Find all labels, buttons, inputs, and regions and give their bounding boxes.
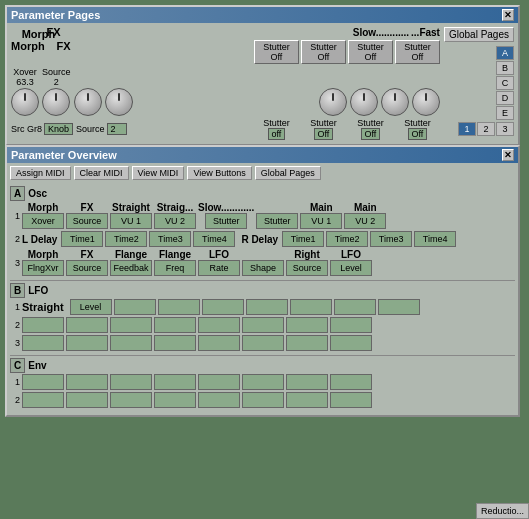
xover-sub-label: Xover63.3 xyxy=(13,67,37,87)
lfo2-group-a3: LFO Level xyxy=(330,249,372,276)
l-delay-label: L Delay xyxy=(22,234,57,245)
right-group-a3: Right Source xyxy=(286,249,328,276)
stutter-knob4[interactable] xyxy=(412,88,440,116)
ldelay-time2[interactable]: Time2 xyxy=(105,231,147,247)
global-pages-btn[interactable]: Global Pages xyxy=(444,27,514,42)
stutter-val3[interactable]: Off xyxy=(361,128,381,140)
empty-b1-5 xyxy=(246,299,288,315)
ldelay-time1[interactable]: Time1 xyxy=(61,231,103,247)
main1-group-a1: Main VU 1 xyxy=(300,202,342,229)
letter-tab-e[interactable]: E xyxy=(496,106,514,120)
param-overview-close-btn[interactable]: ✕ xyxy=(502,149,514,161)
rdelay-time4[interactable]: Time4 xyxy=(414,231,456,247)
src-gr8-value[interactable]: Knob xyxy=(44,123,73,135)
stutter-knob1[interactable] xyxy=(319,88,347,116)
fast-label: ...Fast xyxy=(411,27,440,38)
xover-knob[interactable] xyxy=(11,88,39,116)
stutter-knob2[interactable] xyxy=(350,88,378,116)
empty-c2-2 xyxy=(66,392,108,408)
empty-c2-4 xyxy=(154,392,196,408)
stutter-val4[interactable]: Off xyxy=(408,128,428,140)
fx-label: FX xyxy=(46,26,60,38)
morph-group-a1: Morph Xover xyxy=(22,202,64,229)
num-tab-3[interactable]: 3 xyxy=(496,122,514,136)
xover-cell[interactable]: Xover xyxy=(22,213,64,229)
empty-c2-1 xyxy=(22,392,64,408)
knob3[interactable] xyxy=(74,88,102,116)
rdelay-time1[interactable]: Time1 xyxy=(282,231,324,247)
shape-cell[interactable]: Shape xyxy=(242,260,284,276)
knobs-row: Xover63.3 Source2 xyxy=(11,67,440,116)
ldelay-time3[interactable]: Time3 xyxy=(149,231,191,247)
feedbak-cell[interactable]: Feedbak xyxy=(110,260,152,276)
knob4[interactable] xyxy=(105,88,133,116)
rdelay-time3[interactable]: Time3 xyxy=(370,231,412,247)
stutter-btn-1[interactable]: StutterOff xyxy=(254,40,299,64)
vu2-cell[interactable]: VU 2 xyxy=(154,213,196,229)
stutter-btn-4[interactable]: StutterOff xyxy=(395,40,440,64)
reduction-indicator: Reductio... xyxy=(476,503,529,519)
stutter-val2[interactable]: Off xyxy=(314,128,334,140)
stutter-btn-3[interactable]: StutterOff xyxy=(348,40,393,64)
source-bottom-value[interactable]: 2 xyxy=(107,123,127,135)
level-cell-b1[interactable]: Level xyxy=(70,299,112,315)
letter-tab-a[interactable]: A xyxy=(496,46,514,60)
row-num-2b: 2 xyxy=(10,320,20,330)
view-midi-btn[interactable]: View MIDI xyxy=(132,166,185,180)
empty-b3-6 xyxy=(242,335,284,351)
stutter-cell-a1[interactable]: Stutter xyxy=(205,213,247,229)
row-num-1b: 1 xyxy=(10,302,20,312)
slow-title-a1: Slow............ xyxy=(198,202,254,213)
straight-title: Straight xyxy=(112,202,150,213)
section-b-label: B xyxy=(10,283,25,298)
stutter-btn-2[interactable]: StutterOff xyxy=(301,40,346,64)
param-pages-close-btn[interactable]: ✕ xyxy=(502,9,514,21)
lfo-level-cell[interactable]: Level xyxy=(330,260,372,276)
source-knob[interactable] xyxy=(42,88,70,116)
vu1-cell[interactable]: VU 1 xyxy=(110,213,152,229)
ldelay-time4[interactable]: Time4 xyxy=(193,231,235,247)
morph-title-a3: Morph xyxy=(28,249,59,260)
main1-vu1[interactable]: VU 1 xyxy=(300,213,342,229)
source-knob-group: Source2 xyxy=(42,67,71,116)
param-pages-window: Parameter Pages ✕ Morph FX Slow.........… xyxy=(5,5,520,146)
stutter-knob3[interactable] xyxy=(381,88,409,116)
stutter-col-4: StutterOff xyxy=(395,40,440,64)
lfo-title-a3: LFO xyxy=(209,249,229,260)
fx-title-a1: FX xyxy=(81,202,94,213)
param-pages-title: Parameter Pages xyxy=(11,9,100,21)
divider-bc xyxy=(10,355,515,356)
source-cell-a1[interactable]: Source xyxy=(66,213,108,229)
num-tab-2[interactable]: 2 xyxy=(477,122,495,136)
assign-midi-btn[interactable]: Assign MIDI xyxy=(10,166,71,180)
rate-cell[interactable]: Rate xyxy=(198,260,240,276)
xover-knob-group: Xover63.3 xyxy=(11,67,39,116)
rdelay-time2[interactable]: Time2 xyxy=(326,231,368,247)
empty-b3-1 xyxy=(22,335,64,351)
r-delay-label: R Delay xyxy=(241,234,278,245)
flngxvr-cell[interactable]: FlngXvr xyxy=(22,260,64,276)
source-cell-a3[interactable]: Source xyxy=(66,260,108,276)
empty-c1-8 xyxy=(330,374,372,390)
view-buttons-btn[interactable]: View Buttons xyxy=(187,166,251,180)
letter-tab-b[interactable]: B xyxy=(496,61,514,75)
stutter2-group-a1: Stutter xyxy=(256,202,298,229)
main2-vu2[interactable]: VU 2 xyxy=(344,213,386,229)
right-source-cell[interactable]: Source xyxy=(286,260,328,276)
section-b-title: LFO xyxy=(28,285,48,296)
empty-b3-2 xyxy=(66,335,108,351)
letter-tab-d[interactable]: D xyxy=(496,91,514,105)
clear-midi-btn[interactable]: Clear MIDI xyxy=(74,166,129,180)
empty-c1-4 xyxy=(154,374,196,390)
empty-c2-3 xyxy=(110,392,152,408)
stutter-col-1: StutterOff xyxy=(254,40,299,64)
num-tab-1[interactable]: 1 xyxy=(458,122,476,136)
stutter2-cell-a1[interactable]: Stutter xyxy=(256,213,298,229)
freq-cell[interactable]: Freq xyxy=(154,260,196,276)
letter-tab-c[interactable]: C xyxy=(496,76,514,90)
empty-b1-3 xyxy=(158,299,200,315)
overview-global-pages-btn[interactable]: Global Pages xyxy=(255,166,321,180)
overview-toolbar: Assign MIDI Clear MIDI View MIDI View Bu… xyxy=(7,163,518,183)
stutter-val1[interactable]: off xyxy=(268,128,286,140)
flange1-group: Flange Feedbak xyxy=(110,249,152,276)
